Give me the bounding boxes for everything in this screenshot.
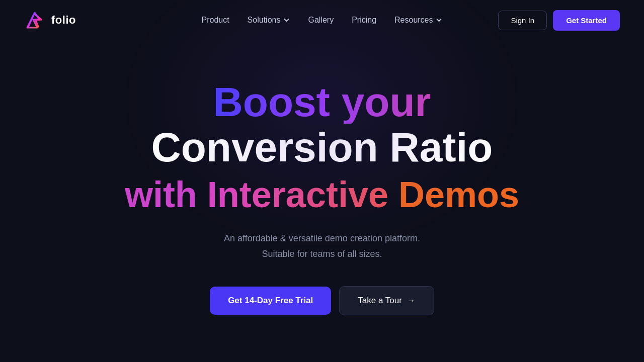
hero-section: Boost your Conversion Ratio with Interac… xyxy=(0,40,644,315)
get-started-button[interactable]: Get Started xyxy=(553,10,620,31)
nav-pricing[interactable]: Pricing xyxy=(352,16,376,25)
hero-subtitle: An affordable & versatile demo creation … xyxy=(224,231,420,261)
arrow-icon: → xyxy=(407,296,416,306)
hero-line3-demos: Demos xyxy=(388,174,519,215)
logo-area: folio xyxy=(24,10,76,31)
nav-links: Product Solutions Gallery Pricing Resour… xyxy=(201,16,442,25)
free-trial-button[interactable]: Get 14-Day Free Trial xyxy=(210,287,331,315)
sign-in-button[interactable]: Sign In xyxy=(498,11,547,30)
logo-icon xyxy=(24,10,45,31)
navbar: folio Product Solutions Gallery Pricing … xyxy=(0,0,644,40)
hero-line3-interactive: Interactive xyxy=(207,174,388,215)
hero-title-line1: Boost your xyxy=(213,80,431,124)
nav-gallery[interactable]: Gallery xyxy=(308,16,334,25)
nav-resources[interactable]: Resources xyxy=(394,16,442,25)
logo-wordmark: folio xyxy=(51,14,76,27)
chevron-down-icon xyxy=(283,17,290,24)
hero-line3-with: with xyxy=(125,174,207,215)
nav-product[interactable]: Product xyxy=(201,16,229,25)
nav-actions: Sign In Get Started xyxy=(498,10,620,31)
take-tour-button[interactable]: Take a Tour → xyxy=(339,286,434,315)
nav-solutions[interactable]: Solutions xyxy=(248,16,290,25)
hero-title-line3: with Interactive Demos xyxy=(125,175,519,215)
hero-title-line2: Conversion Ratio xyxy=(151,126,493,169)
hero-cta-buttons: Get 14-Day Free Trial Take a Tour → xyxy=(210,286,434,315)
chevron-down-icon xyxy=(436,17,443,24)
